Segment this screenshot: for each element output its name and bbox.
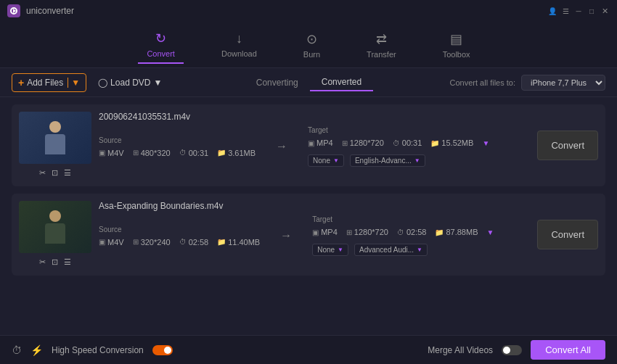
convert-nav-icon: ↻: [155, 30, 166, 46]
target-size-1: 📁 15.52MB: [430, 138, 473, 147]
crop-icon[interactable]: ⊡: [52, 168, 58, 178]
speed-label: High Speed Conversion: [52, 345, 144, 355]
folder-icon-t2: 📁: [435, 228, 444, 236]
folder-icon-1: 📁: [217, 149, 226, 157]
source-resolution-1: ⊞ 480*320: [133, 149, 171, 157]
plus-icon: +: [18, 77, 24, 88]
titlebar-controls: 👤 ☰ ─ □ ✕: [547, 6, 610, 16]
source-duration-1: ⏱ 00:31: [179, 149, 209, 157]
source-size-2: 📁 11.40MB: [217, 238, 260, 247]
thumbnail-2: [19, 201, 91, 253]
bottombar: ⏱ ⚡ High Speed Conversion Merge All Vide…: [0, 335, 617, 364]
res-icon-2: ⊞: [133, 238, 139, 246]
load-dvd-arrow: ▼: [153, 78, 162, 88]
load-dvd-button[interactable]: ◯ Load DVD ▼: [92, 75, 168, 91]
target-dropdown-arrow-1[interactable]: ▼: [482, 139, 489, 147]
subtitle-select-2[interactable]: None ▼: [312, 244, 348, 256]
transfer-nav-icon: ⇄: [376, 31, 387, 47]
minimize-button[interactable]: ─: [573, 6, 584, 16]
nav-burn[interactable]: ⊙ Burn: [295, 27, 329, 63]
target-duration-1: ⏱ 00:31: [393, 138, 422, 147]
convert-all-select[interactable]: iPhone 7,7 Plus: [521, 75, 605, 91]
merge-label: Merge All Videos: [428, 345, 493, 355]
speed-icon: ⚡: [30, 344, 43, 356]
crop-icon-2[interactable]: ⊡: [52, 257, 58, 267]
user-icon[interactable]: 👤: [547, 6, 557, 16]
target-label-2: Target: [312, 215, 494, 223]
close-button[interactable]: ✕: [600, 6, 610, 16]
convert-button-1[interactable]: Convert: [537, 131, 598, 160]
clock-icon-t2: ⏱: [397, 228, 404, 236]
target-resolution-1: ⊞ 1280*720: [342, 138, 384, 147]
audio-arrow-1: ▼: [414, 157, 420, 164]
res-icon-t1: ⊞: [342, 139, 348, 147]
source-size-1: 📁 3.61MB: [217, 149, 256, 157]
file-name-1: 200906241035531.m4v: [99, 112, 530, 122]
target-meta-2: ▣ MP4 ⊞ 1280*720 ⏱ 02:58 📁: [312, 228, 494, 236]
file-details-1: Source ▣ M4V ⊞ 480*320 ⏱ 00:31: [99, 126, 530, 167]
audio-select-1[interactable]: English-Advanc... ▼: [350, 154, 425, 167]
file-name-2: Asa-Expanding Boundaries.m4v: [99, 201, 530, 211]
toolbar: + Add Files ▼ ◯ Load DVD ▼ Converting Co…: [0, 68, 617, 97]
merge-toggle[interactable]: [502, 345, 522, 355]
target-duration-2: ⏱ 02:58: [397, 228, 427, 236]
folder-icon-2: 📁: [217, 238, 226, 246]
tab-converted[interactable]: Converted: [310, 74, 373, 91]
add-files-label: Add Files: [27, 78, 63, 88]
target-block-2: Target ▣ MP4 ⊞ 1280*720 ⏱ 02:58: [312, 215, 494, 256]
source-label-2: Source: [99, 226, 260, 233]
effects-icon-2[interactable]: ☰: [64, 257, 71, 267]
target-block-1: Target ▣ MP4 ⊞ 1280*720 ⏱ 00:31: [308, 126, 489, 167]
file-row-2: ✂ ⊡ ☰ Asa-Expanding Boundaries.m4v Sourc…: [12, 194, 605, 276]
clock-icon-t1: ⏱: [393, 139, 400, 147]
download-nav-icon: ↓: [236, 31, 242, 46]
res-icon-t2: ⊞: [346, 228, 352, 236]
film-icon-1: ▣: [99, 149, 105, 157]
trim-icon[interactable]: ✂: [39, 168, 46, 178]
nav-convert[interactable]: ↻ Convert: [138, 26, 184, 64]
convert-button-2[interactable]: Convert: [537, 220, 598, 249]
nav-transfer[interactable]: ⇄ Transfer: [358, 27, 405, 63]
nav-convert-label: Convert: [147, 49, 175, 58]
subtitle-select-1[interactable]: None ▼: [308, 154, 344, 167]
menu-icon[interactable]: ☰: [560, 6, 571, 16]
tab-converting[interactable]: Converting: [245, 74, 310, 91]
app-name: uniconverter: [26, 6, 74, 16]
burn-nav-icon: ⊙: [306, 31, 317, 47]
maximize-button[interactable]: □: [587, 6, 597, 16]
nav-burn-label: Burn: [303, 50, 320, 59]
audio-arrow-2: ▼: [417, 247, 422, 253]
trim-icon-2[interactable]: ✂: [39, 257, 46, 267]
target-format-1: ▣ MP4: [308, 138, 333, 147]
file-row: ✂ ⊡ ☰ 200906241035531.m4v Source ▣ M4V ⊞: [12, 104, 605, 186]
nav-transfer-label: Transfer: [367, 50, 396, 59]
arrow-icon-2: →: [280, 229, 292, 242]
folder-icon-t1: 📁: [430, 139, 439, 147]
source-resolution-2: ⊞ 320*240: [133, 238, 171, 247]
nav-download[interactable]: ↓ Download: [213, 27, 266, 62]
titlebar: uniconverter 👤 ☰ ─ □ ✕: [0, 0, 617, 22]
source-format-2: ▣ M4V: [99, 238, 124, 247]
subtitle-arrow-1: ▼: [333, 157, 339, 164]
add-files-dropdown-arrow[interactable]: ▼: [68, 78, 80, 88]
source-block-2: Source ▣ M4V ⊞ 320*240 ⏱ 02:58: [99, 226, 260, 247]
target-meta-1: ▣ MP4 ⊞ 1280*720 ⏱ 00:31 📁: [308, 138, 489, 147]
nav-toolbox[interactable]: ▤ Toolbox: [434, 27, 479, 63]
source-meta-2: ▣ M4V ⊞ 320*240 ⏱ 02:58 📁: [99, 238, 260, 247]
target-format-2: ▣ MP4: [312, 228, 338, 236]
sub-row-2: None ▼ Advanced Audi... ▼: [312, 244, 494, 256]
content-area: ✂ ⊡ ☰ 200906241035531.m4v Source ▣ M4V ⊞: [0, 97, 617, 335]
speed-toggle[interactable]: [152, 345, 173, 355]
convert-all-button[interactable]: Convert All: [531, 340, 605, 360]
target-dropdown-arrow-2[interactable]: ▼: [486, 228, 494, 236]
res-icon-1: ⊞: [133, 149, 139, 157]
audio-select-2[interactable]: Advanced Audi... ▼: [354, 244, 428, 256]
alarm-icon[interactable]: ⏱: [12, 344, 22, 356]
target-label-1: Target: [308, 126, 489, 134]
subtitle-arrow-2: ▼: [338, 247, 343, 253]
convert-all-label: Convert all files to:: [450, 78, 515, 87]
add-files-button[interactable]: + Add Files ▼: [12, 73, 86, 92]
source-format-1: ▣ M4V: [99, 149, 124, 157]
navbar: ↻ Convert ↓ Download ⊙ Burn ⇄ Transfer ▤…: [0, 22, 617, 68]
effects-icon[interactable]: ☰: [64, 168, 71, 178]
